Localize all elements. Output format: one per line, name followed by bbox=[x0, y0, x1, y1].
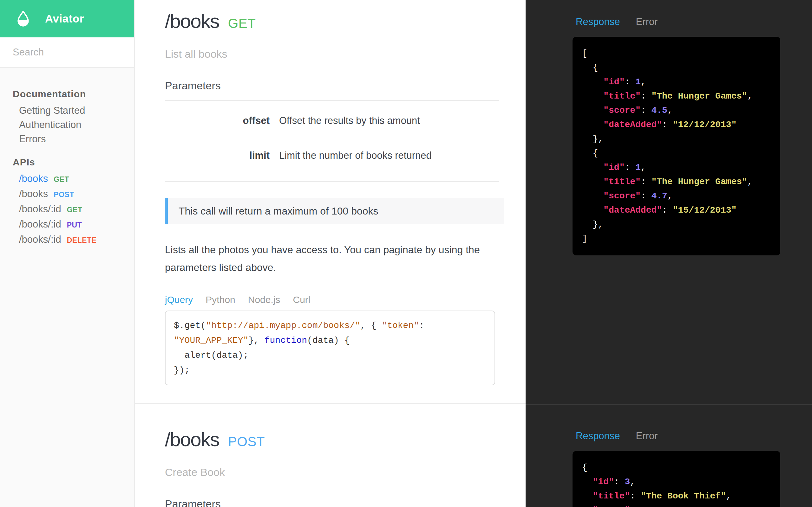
info-callout: This call will return a maximum of 100 b… bbox=[165, 198, 504, 224]
response-json-block: { "id": 3, "title": "The Book Thief", "s… bbox=[572, 451, 780, 507]
parameter-row: limit Limit the number of books returned bbox=[165, 138, 512, 173]
info-callout-text: This call will return a maximum of 100 b… bbox=[179, 205, 378, 217]
endpoint-summary: List all books bbox=[165, 48, 512, 60]
api-path-label: /books bbox=[19, 187, 48, 201]
api-path-label: /books bbox=[19, 171, 48, 186]
divider bbox=[165, 100, 499, 101]
response-tabs: Response Error bbox=[576, 16, 812, 28]
response-section-books-post: Response Error { "id": 3, "title": "The … bbox=[525, 405, 812, 507]
tab-error[interactable]: Error bbox=[636, 430, 658, 442]
response-json-block: [ { "id": 1, "title": "The Hunger Games"… bbox=[572, 37, 780, 256]
endpoint-method-badge: POST bbox=[228, 434, 265, 449]
parameters-list: offset Offset the results by this amount… bbox=[165, 103, 512, 173]
api-method-badge: POST bbox=[54, 187, 74, 202]
response-column: Response Error [ { "id": 1, "title": "Th… bbox=[525, 0, 812, 507]
endpoint-heading: /books POST bbox=[165, 404, 512, 449]
endpoint-summary: Create Book bbox=[165, 466, 512, 478]
response-section-books-get: Response Error [ { "id": 1, "title": "Th… bbox=[525, 0, 812, 405]
parameter-description: Offset the results by this amount bbox=[279, 115, 512, 127]
app-window: Aviator Documentation Getting Started Au… bbox=[0, 0, 812, 507]
endpoint-method-badge: GET bbox=[228, 16, 256, 31]
parameter-name: offset bbox=[165, 115, 270, 127]
api-method-badge: GET bbox=[67, 203, 83, 217]
sidebar-nav: Documentation Getting Started Authentica… bbox=[0, 68, 134, 247]
tab-curl[interactable]: Curl bbox=[293, 294, 310, 305]
sidebar-item-getting-started[interactable]: Getting Started bbox=[13, 103, 134, 118]
app-title: Aviator bbox=[45, 12, 84, 25]
divider bbox=[165, 181, 499, 182]
api-method-badge: GET bbox=[54, 172, 69, 187]
parameter-description: Limit the number of books returned bbox=[279, 150, 512, 162]
tab-error[interactable]: Error bbox=[636, 16, 658, 28]
docs-column: /books GET List all books Parameters off… bbox=[135, 0, 525, 507]
code-language-tabs: jQuery Python Node.js Curl bbox=[165, 294, 512, 305]
sidebar-item-books-id-get[interactable]: /books/:id GET bbox=[13, 202, 134, 217]
api-path-label: /books/:id bbox=[19, 232, 61, 246]
parameters-title: Parameters bbox=[165, 498, 512, 507]
sidebar-item-books-id-put[interactable]: /books/:id PUT bbox=[13, 217, 134, 232]
droplet-logo-icon bbox=[14, 9, 32, 28]
nav-section-documentation: Documentation bbox=[13, 89, 134, 100]
tab-jquery[interactable]: jQuery bbox=[165, 294, 193, 305]
tab-nodejs[interactable]: Node.js bbox=[248, 294, 281, 305]
endpoint-path-title: /books bbox=[165, 430, 219, 449]
tab-python[interactable]: Python bbox=[206, 294, 235, 305]
parameter-row: offset Offset the results by this amount bbox=[165, 103, 512, 138]
search-input[interactable] bbox=[13, 47, 121, 58]
endpoint-section-books-post: /books POST Create Book Parameters bbox=[135, 404, 525, 507]
endpoint-path-title: /books bbox=[165, 11, 219, 31]
tab-response[interactable]: Response bbox=[576, 16, 620, 28]
parameters-title: Parameters bbox=[165, 79, 512, 92]
sidebar-item-books-id-delete[interactable]: /books/:id DELETE bbox=[13, 232, 134, 247]
api-path-label: /books/:id bbox=[19, 217, 61, 231]
api-path-label: /books/:id bbox=[19, 202, 61, 216]
brand-header: Aviator bbox=[0, 0, 134, 38]
api-method-badge: PUT bbox=[67, 218, 82, 232]
search-box[interactable] bbox=[0, 38, 134, 68]
endpoint-heading: /books GET bbox=[165, 0, 512, 31]
sidebar-item-books-post[interactable]: /books POST bbox=[13, 187, 134, 202]
sidebar-item-errors[interactable]: Errors bbox=[13, 132, 134, 146]
code-sample-block: $.get("http://api.myapp.com/books/", { "… bbox=[165, 311, 495, 385]
endpoint-section-books-get: /books GET List all books Parameters off… bbox=[135, 0, 525, 404]
nav-section-apis: APIs bbox=[13, 157, 134, 168]
parameter-name: limit bbox=[165, 150, 270, 162]
endpoint-description: Lists all the photos you have access to.… bbox=[165, 241, 487, 276]
sidebar-item-authentication[interactable]: Authentication bbox=[13, 118, 134, 132]
tab-response[interactable]: Response bbox=[576, 430, 620, 442]
response-tabs: Response Error bbox=[576, 430, 812, 442]
sidebar: Aviator Documentation Getting Started Au… bbox=[0, 0, 135, 507]
sidebar-item-books-get[interactable]: /books GET bbox=[13, 171, 134, 187]
api-method-badge: DELETE bbox=[67, 233, 97, 247]
